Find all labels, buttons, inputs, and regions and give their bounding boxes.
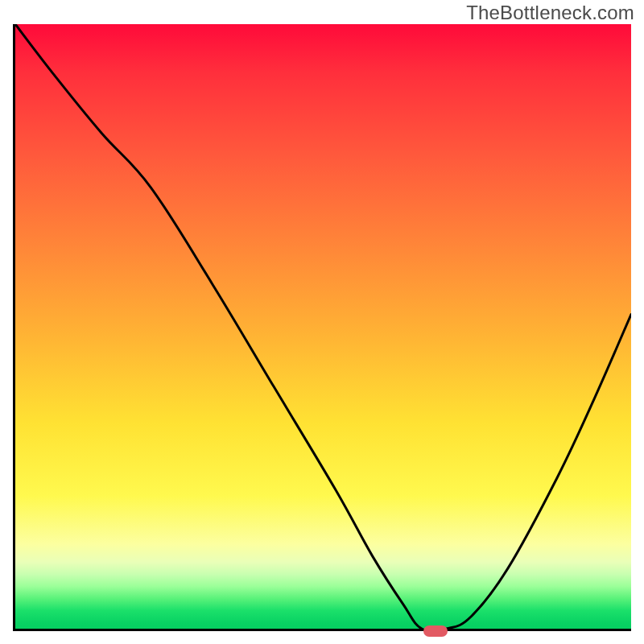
curve-path <box>15 24 631 629</box>
bottleneck-curve <box>15 24 631 629</box>
watermark-text: TheBottleneck.com <box>466 2 634 24</box>
optimal-marker <box>423 625 448 637</box>
plot-area <box>13 24 631 631</box>
chart-stage: TheBottleneck.com <box>0 0 644 644</box>
